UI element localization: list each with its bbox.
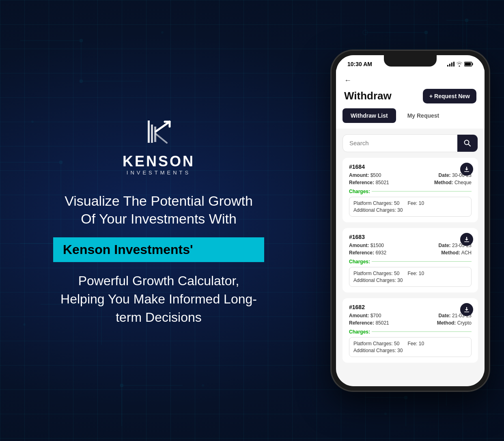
signal-bar-3 (451, 62, 452, 67)
download-button-1[interactable] (460, 163, 473, 176)
method-field-2: Method: ACH (441, 250, 472, 256)
card-id-1: #1684 (349, 163, 472, 170)
signal-bar-4 (453, 62, 454, 67)
right-panel: 10:30 AM (325, 50, 495, 391)
download-button-2[interactable] (460, 233, 473, 246)
phone-screen: 10:30 AM (336, 55, 485, 386)
tagline-main: Visualize The Potential Growth Of Your I… (61, 192, 256, 228)
phone-notch (384, 55, 437, 67)
card-row-3a: Amount: $700 Date: 21-03-23 (349, 313, 472, 318)
platform-charge-1: Platform Charges: 50 (353, 200, 399, 206)
method-field-1: Method: Cheque (434, 180, 472, 185)
page-title: Withdraw (344, 90, 392, 102)
withdraw-card-3: #1682 Amount: $700 Date: 21-03-23 (342, 298, 478, 363)
tab-withdraw-list[interactable]: Withdraw List (342, 108, 396, 123)
left-panel: KENSON INVESTMENTS Visualize The Potenti… (9, 98, 309, 343)
logo-icon (140, 114, 177, 151)
additional-charge-3: Additional Charges: 30 (353, 348, 403, 353)
card-row-1a: Amount: $500 Date: 30-06-23 (349, 172, 472, 178)
card-id-3: #1682 (349, 304, 472, 310)
signal-bar-2 (449, 64, 450, 67)
charges-row-2b: Additional Charges: 30 (353, 278, 467, 283)
phone-device: 10:30 AM (331, 50, 489, 391)
additional-charge-1: Additional Charges: 30 (353, 207, 403, 213)
content-wrapper: KENSON INVESTMENTS Visualize The Potenti… (9, 10, 495, 432)
logo-text: KENSON INVESTMENTS (123, 154, 195, 176)
card-row-2a: Amount: $1500 Date: 23-05-23 (349, 243, 472, 248)
app-content[interactable]: ← Withdraw + Request New Withdraw List (336, 70, 485, 386)
amount-field-3: Amount: $700 (349, 313, 381, 318)
tabs-section: Withdraw List My Request (336, 108, 485, 129)
tabs-row: Withdraw List My Request (342, 108, 478, 123)
charges-box-2: Platform Charges: 50 Fee: 10 (349, 267, 472, 287)
wifi-icon (456, 62, 463, 67)
charges-row-3b: Additional Charges: 30 (353, 348, 467, 353)
signal-bar-1 (447, 65, 448, 67)
charges-label-2: Charges: (349, 259, 472, 265)
charges-row-1b: Additional Charges: 30 (353, 207, 467, 213)
method-field-3: Method: Crypto (437, 320, 472, 326)
svg-rect-51 (464, 241, 469, 242)
charges-box-1: Platform Charges: 50 Fee: 10 (349, 197, 472, 217)
card-id-2: #1683 (349, 234, 472, 240)
back-button[interactable]: ← (344, 76, 351, 85)
download-icon-1 (464, 166, 470, 172)
charges-label-1: Charges: (349, 189, 472, 194)
header-row: Withdraw + Request New (344, 89, 476, 103)
download-icon-2 (464, 237, 470, 242)
download-button-3[interactable] (460, 303, 473, 316)
app-header: ← Withdraw + Request New (336, 70, 485, 108)
logo-section: KENSON INVESTMENTS (123, 114, 195, 176)
highlight-box: Kenson Investments' (53, 237, 264, 262)
request-new-button[interactable]: + Request New (423, 89, 476, 103)
search-icon (464, 140, 471, 147)
charges-section-1: Charges: Platform Charges: 50 Fee: (349, 189, 472, 217)
card-row-2b: Reference: 6932 Method: ACH (349, 250, 472, 256)
withdraw-card-1: #1684 Amount: $500 Date: 30-06-23 (342, 158, 478, 222)
tagline-sub: Powerful Growth Calculator, Helping You … (57, 272, 260, 326)
reference-field-2: Reference: 6932 (349, 250, 386, 256)
platform-charge-2: Platform Charges: 50 (353, 271, 399, 276)
charges-section-2: Charges: Platform Charges: 50 Fee: (349, 259, 472, 287)
back-row: ← (344, 76, 476, 85)
search-bar (342, 134, 478, 152)
charges-section-3: Charges: Platform Charges: 50 Fee: (349, 329, 472, 357)
status-icons (447, 62, 473, 67)
search-input[interactable] (343, 135, 457, 151)
highlight-text: Kenson Investments' (63, 242, 193, 257)
signal-bars (447, 62, 454, 67)
svg-rect-38 (148, 120, 150, 143)
platform-charge-3: Platform Charges: 50 (353, 341, 399, 346)
reference-field-3: Reference: 85021 (349, 320, 389, 326)
svg-line-49 (468, 144, 470, 146)
search-section (336, 129, 485, 158)
status-time: 10:30 AM (347, 61, 372, 67)
brand-name: KENSON (123, 154, 195, 169)
fee-charge-2: Fee: 10 (407, 271, 424, 276)
tab-my-request[interactable]: My Request (399, 108, 448, 123)
svg-rect-52 (464, 312, 469, 312)
withdraw-card-2: #1683 Amount: $1500 Date: 23-05-23 (342, 228, 478, 293)
amount-field-2: Amount: $1500 (349, 243, 384, 248)
additional-charge-2: Additional Charges: 30 (353, 278, 403, 283)
charges-box-3: Platform Charges: 50 Fee: 10 (349, 337, 472, 357)
search-button[interactable] (457, 135, 478, 152)
svg-rect-46 (465, 62, 471, 65)
fee-charge-3: Fee: 10 (407, 341, 424, 346)
svg-line-44 (156, 134, 167, 143)
svg-rect-39 (151, 125, 153, 143)
amount-field-1: Amount: $500 (349, 172, 381, 178)
svg-rect-47 (472, 63, 473, 65)
brand-subtitle: INVESTMENTS (123, 170, 195, 176)
download-icon-3 (464, 307, 470, 312)
cards-list: #1684 Amount: $500 Date: 30-06-23 (336, 158, 485, 371)
svg-line-41 (156, 122, 170, 131)
charges-label-3: Charges: (349, 329, 472, 335)
svg-rect-50 (464, 171, 469, 172)
fee-charge-1: Fee: 10 (407, 200, 424, 206)
charges-row-1a: Platform Charges: 50 Fee: 10 (353, 200, 467, 206)
battery-icon (464, 62, 473, 67)
reference-field-1: Reference: 85021 (349, 180, 389, 185)
charges-row-2a: Platform Charges: 50 Fee: 10 (353, 271, 467, 276)
card-row-1b: Reference: 85021 Method: Cheque (349, 180, 472, 185)
